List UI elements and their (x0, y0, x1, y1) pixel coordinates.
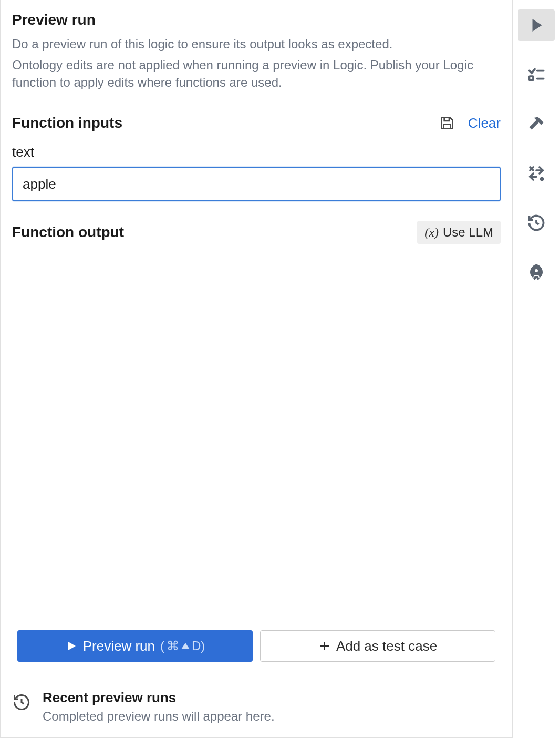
recent-text: Recent preview runs Completed preview ru… (43, 690, 275, 724)
svg-point-2 (540, 177, 544, 181)
add-test-case-label: Add as test case (336, 638, 437, 654)
right-sidebar (513, 0, 560, 738)
variable-icon: (x) (424, 226, 439, 240)
svg-rect-1 (530, 76, 534, 80)
main-panel: Preview run Do a preview run of this log… (0, 0, 513, 738)
sidebar-play-button[interactable] (518, 9, 555, 41)
sidebar-transform-button[interactable] (518, 158, 555, 189)
preview-header-section: Preview run Do a preview run of this log… (1, 0, 512, 105)
history-icon (12, 693, 31, 714)
action-row: Preview run ( ⌘ D) Add as test case (12, 625, 501, 669)
recent-desc: Completed preview runs will appear here. (43, 709, 275, 724)
svg-rect-0 (443, 125, 450, 129)
text-input[interactable] (12, 167, 501, 201)
function-output-section: Function output (x) Use LLM Preview run … (1, 211, 512, 679)
plus-icon (318, 640, 331, 652)
hammer-icon (527, 115, 546, 134)
sidebar-checklist-button[interactable] (518, 59, 555, 90)
function-inputs-section: Function inputs Clear text (1, 105, 512, 211)
save-inputs-button[interactable] (439, 115, 455, 131)
play-icon (65, 640, 78, 652)
output-title: Function output (12, 224, 417, 241)
use-llm-label: Use LLM (443, 225, 493, 240)
preview-run-shortcut: ( ⌘ D) (160, 639, 205, 653)
clear-inputs-link[interactable]: Clear (468, 115, 501, 131)
transform-icon (527, 164, 546, 183)
sidebar-deploy-button[interactable] (518, 257, 555, 288)
recent-title: Recent preview runs (43, 690, 275, 706)
output-header: Function output (x) Use LLM (12, 221, 501, 244)
preview-desc-2: Ontology edits are not applied when runn… (12, 57, 501, 91)
inputs-title: Function inputs (12, 115, 426, 131)
preview-title: Preview run (12, 12, 501, 28)
preview-desc-1: Do a preview run of this logic to ensure… (12, 36, 501, 53)
use-llm-button[interactable]: (x) Use LLM (417, 221, 501, 244)
shift-icon (181, 643, 190, 649)
rocket-icon (527, 263, 546, 282)
output-body (12, 244, 501, 625)
input-label-text: text (12, 144, 501, 160)
add-test-case-button[interactable]: Add as test case (260, 630, 495, 662)
recent-runs-section: Recent preview runs Completed preview ru… (1, 679, 512, 737)
sidebar-build-button[interactable] (518, 108, 555, 140)
preview-run-button[interactable]: Preview run ( ⌘ D) (17, 630, 253, 662)
history-icon (527, 213, 546, 232)
preview-run-label: Preview run (83, 638, 155, 654)
sidebar-history-button[interactable] (518, 207, 555, 239)
play-icon (527, 16, 546, 35)
save-icon (439, 115, 455, 131)
checklist-icon (527, 65, 546, 84)
inputs-header: Function inputs Clear (12, 115, 501, 131)
